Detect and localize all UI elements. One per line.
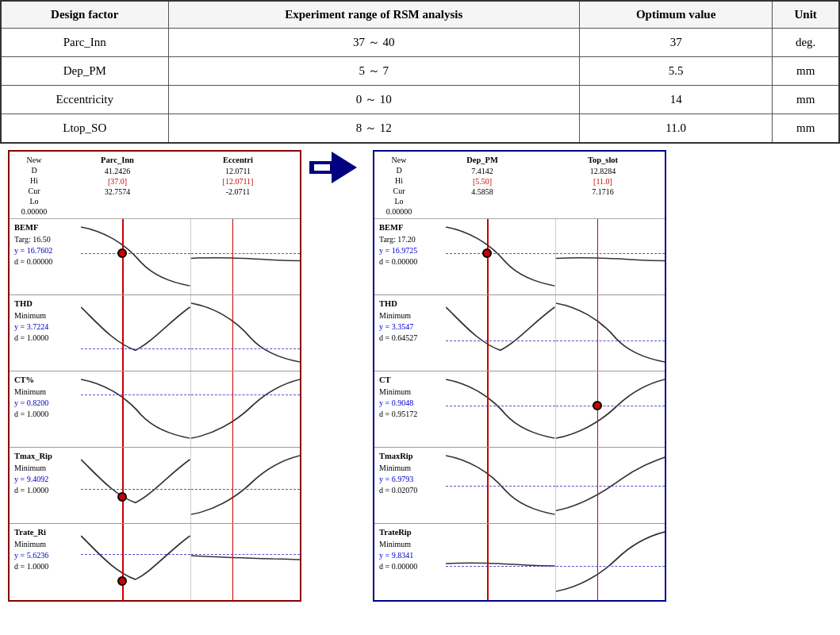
horizontal-dash-line — [446, 566, 555, 567]
left-col1-cur: [37.0] — [108, 176, 127, 187]
right-arrow-icon — [308, 150, 359, 185]
table-cell-0-2: 37 — [580, 29, 773, 57]
table-cell-2-3: mm — [773, 86, 839, 114]
row-name: BEMF — [379, 222, 444, 234]
right-new-d-sub: D — [396, 165, 401, 175]
row-sub: Targ: 17.20 — [379, 234, 444, 245]
row-y: y = 3.7224 — [14, 321, 79, 333]
graph-cell — [446, 219, 555, 294]
vertical-line — [232, 295, 234, 371]
vertical-line — [122, 295, 124, 371]
graph-cell — [81, 219, 190, 294]
table-cell-0-3: deg. — [773, 29, 839, 57]
table-cell-3-0: Ltop_SO — [1, 114, 168, 144]
row-y: y = 0.8200 — [14, 398, 79, 409]
graph-cell — [190, 219, 301, 294]
right-col1-cur: [5.50] — [473, 176, 492, 187]
row-name: CT% — [14, 375, 79, 387]
table-cell-0-0: Parc_Inn — [1, 29, 168, 57]
row-name: TmaxRip — [379, 451, 444, 463]
row-name: Trate_Ri — [14, 527, 79, 539]
row-name: TrateRip — [379, 527, 444, 539]
left-col1-lo: 32.7574 — [105, 187, 131, 197]
right-col1-lo: 4.5858 — [471, 187, 493, 197]
horizontal-dash-line — [446, 486, 555, 487]
graph-cell — [555, 219, 665, 294]
chart-row: Tmax_Rip Minimum y = 9.4092 d = 1.0000 — [10, 448, 300, 524]
row-graphs — [81, 448, 300, 523]
curve-svg — [556, 219, 665, 294]
left-cur: Cur — [29, 186, 40, 196]
row-graphs — [446, 295, 665, 371]
left-chart-rows: BEMF Targ: 16.50 y = 16.7602 d = 0.00000… — [10, 219, 300, 600]
row-d: d = 1.0000 — [14, 561, 79, 572]
row-graphs — [446, 371, 665, 447]
row-sub: Minimum — [379, 463, 444, 474]
row-label: TmaxRip Minimum y = 6.9793 d = 0.02070 — [374, 448, 446, 523]
right-col1-hi: 7.4142 — [471, 166, 493, 176]
horizontal-dash-line — [191, 554, 301, 555]
table-cell-2-2: 14 — [580, 86, 773, 114]
graph-cell — [81, 371, 190, 447]
left-hi: Hi — [30, 175, 38, 186]
row-graphs — [446, 219, 665, 294]
chart-row: BEMF Targ: 17.20 y = 16.9725 d = 0.00000 — [374, 219, 665, 295]
chart-row: THD Minimum y = 3.7224 d = 1.0000 — [10, 295, 300, 371]
curve-svg — [81, 524, 190, 600]
vertical-line — [232, 448, 234, 523]
row-sub: Targ: 16.50 — [14, 234, 79, 245]
vertical-line — [487, 371, 489, 447]
row-sub: Minimum — [379, 539, 444, 550]
table-cell-1-1: 5 ～ 7 — [168, 57, 579, 86]
left-new-d-value: 0.00000 — [21, 206, 48, 217]
right-col2-cur: [11.0] — [593, 176, 612, 187]
vertical-line — [597, 295, 599, 371]
row-y: y = 5.6236 — [14, 550, 79, 561]
curve-svg — [446, 219, 555, 294]
graph-cell — [190, 295, 301, 371]
horizontal-dash-line — [81, 489, 190, 490]
vertical-line — [122, 448, 124, 523]
graph-cell — [555, 524, 665, 600]
left-new-d-sub: D — [31, 165, 36, 175]
row-graphs — [446, 524, 665, 600]
vertical-line — [597, 219, 599, 294]
left-col2-name: Eccentri — [223, 155, 253, 166]
vertical-line — [122, 371, 124, 447]
horizontal-dash-line — [556, 253, 665, 254]
dot-marker — [117, 248, 127, 258]
right-hi: Hi — [395, 175, 403, 186]
vertical-line — [487, 448, 489, 523]
row-name: CT — [379, 375, 444, 387]
dot-marker — [482, 248, 492, 258]
horizontal-dash-line — [81, 554, 190, 555]
right-chart-rows: BEMF Targ: 17.20 y = 16.9725 d = 0.00000… — [374, 219, 665, 600]
vertical-line — [232, 371, 234, 447]
left-col2-hi: 12.0711 — [225, 166, 251, 176]
row-d: d = 0.64527 — [379, 333, 444, 344]
row-sub: Minimum — [14, 539, 79, 550]
graph-cell — [81, 524, 190, 600]
row-name: Tmax_Rip — [14, 451, 79, 463]
row-sub: Minimum — [379, 387, 444, 398]
vertical-line — [232, 219, 234, 294]
row-y: y = 16.7602 — [14, 245, 79, 256]
vertical-line — [597, 448, 599, 523]
curve-svg — [191, 295, 301, 371]
graph-cell — [446, 295, 555, 371]
graph-cell — [446, 524, 555, 600]
curve-svg — [446, 524, 555, 600]
horizontal-dash-line — [191, 348, 301, 349]
horizontal-dash-line — [556, 486, 665, 487]
left-col2-lo: -2.0711 — [226, 187, 250, 197]
right-panel-header: New D Hi Cur Lo 0.00000 Dep_PM 7.4142 [5… — [374, 152, 665, 219]
col-header-range: Experiment range of RSM analysis — [168, 1, 579, 29]
row-label: THD Minimum y = 3.7224 d = 1.0000 — [10, 295, 81, 371]
col-header-optimum: Optimum value — [580, 1, 773, 29]
row-name: THD — [379, 298, 444, 310]
table-cell-1-0: Dep_PM — [1, 57, 168, 86]
graph-cell — [446, 448, 555, 523]
row-label: CT Minimum y = 0.9048 d = 0.95172 — [374, 371, 446, 447]
row-sub: Minimum — [14, 387, 79, 398]
curve-svg — [81, 448, 190, 523]
